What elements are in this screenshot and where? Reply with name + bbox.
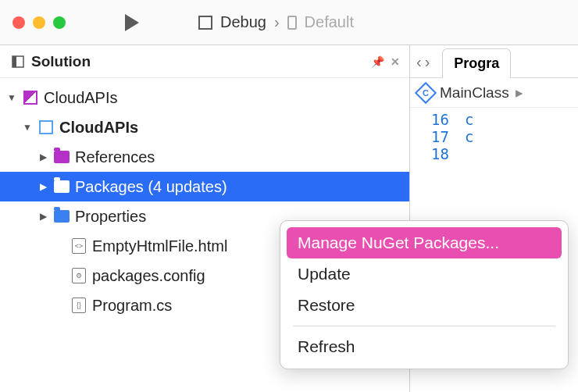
menu-separator: [293, 326, 555, 326]
solution-panel-title: Solution: [31, 53, 91, 70]
expand-arrow-icon[interactable]: ▶: [37, 181, 48, 192]
line-number: 17: [410, 128, 465, 145]
config-icon: [198, 16, 212, 30]
zoom-window-button[interactable]: [53, 16, 66, 29]
menu-label: Refresh: [298, 337, 355, 355]
expand-arrow-icon[interactable]: ▶: [37, 151, 48, 162]
solution-panel-header: Solution 📌 ✕: [0, 45, 409, 78]
minimize-window-button[interactable]: [33, 16, 45, 29]
project-icon: [39, 120, 53, 134]
tree-node-project[interactable]: ▼ CloudAPIs: [0, 112, 409, 142]
folder-icon: [54, 180, 70, 193]
folder-icon: [54, 210, 70, 223]
close-panel-icon[interactable]: ✕: [391, 55, 400, 68]
solution-icon: [23, 91, 37, 105]
menu-item-update[interactable]: Update: [287, 258, 562, 290]
tree-label: CloudAPIs: [44, 89, 118, 107]
folder-icon: [54, 151, 70, 163]
run-configuration[interactable]: Debug › Default: [198, 13, 354, 31]
titlebar: Debug › Default: [0, 0, 578, 45]
chevron-right-icon: ›: [274, 13, 280, 31]
code-line: 16 c: [410, 111, 578, 128]
tree-label: Properties: [75, 208, 146, 226]
expand-arrow-icon[interactable]: ▼: [22, 122, 33, 133]
config-file-icon: ⚙: [72, 268, 86, 283]
menu-item-restore[interactable]: Restore: [287, 290, 562, 321]
tree-label: packages.config: [92, 267, 205, 285]
expand-arrow-icon[interactable]: ▶: [37, 211, 48, 222]
tree-label: EmptyHtmlFile.html: [92, 237, 227, 255]
menu-label: Manage NuGet Packages...: [298, 233, 499, 251]
tree-label: CloudAPIs: [59, 119, 138, 137]
tab-title: Progra: [454, 55, 499, 71]
nav-back-button[interactable]: ‹: [416, 53, 422, 71]
close-window-button[interactable]: [12, 16, 25, 29]
expand-arrow-icon[interactable]: ▼: [6, 92, 17, 103]
tree-label: Packages (4 updates): [75, 178, 227, 196]
context-menu: Manage NuGet Packages... Update Restore …: [280, 220, 569, 369]
run-button[interactable]: [125, 14, 139, 31]
tree-node-packages[interactable]: ▶ Packages (4 updates): [0, 172, 409, 201]
menu-label: Restore: [298, 296, 355, 314]
solution-panel-icon: [11, 55, 25, 69]
code-line: 18: [410, 145, 578, 162]
menu-item-refresh[interactable]: Refresh: [287, 331, 562, 362]
class-icon: C: [415, 81, 437, 103]
menu-label: Update: [298, 265, 351, 283]
code-line: 17 c: [410, 128, 578, 145]
cs-file-icon: {}: [72, 298, 86, 313]
window-controls: [12, 16, 66, 29]
svg-rect-1: [12, 56, 16, 67]
tree-label: References: [75, 148, 155, 166]
code-text: c: [465, 128, 473, 145]
code-text: c: [465, 111, 473, 128]
html-file-icon: <>: [72, 238, 86, 254]
tree-node-solution[interactable]: ▼ CloudAPIs: [0, 83, 409, 112]
chevron-right-icon: ▸: [516, 84, 523, 102]
line-number: 16: [410, 111, 465, 128]
tree-label: Program.cs: [92, 297, 172, 315]
line-number: 18: [410, 145, 465, 162]
editor-tabstrip: ‹ › Progra: [410, 45, 578, 78]
breadcrumb-bar[interactable]: C MainClass ▸: [410, 78, 578, 108]
config-name: Debug: [220, 13, 266, 31]
tree-node-references[interactable]: ▶ References: [0, 142, 409, 172]
target-name: Default: [305, 13, 354, 31]
pin-icon[interactable]: 📌: [371, 55, 384, 68]
menu-item-manage-nuget[interactable]: Manage NuGet Packages...: [287, 227, 562, 258]
editor-tab[interactable]: Progra: [442, 48, 511, 78]
nav-forward-button[interactable]: ›: [425, 53, 430, 71]
device-icon: [287, 16, 297, 30]
breadcrumb-label: MainClass: [440, 84, 509, 102]
